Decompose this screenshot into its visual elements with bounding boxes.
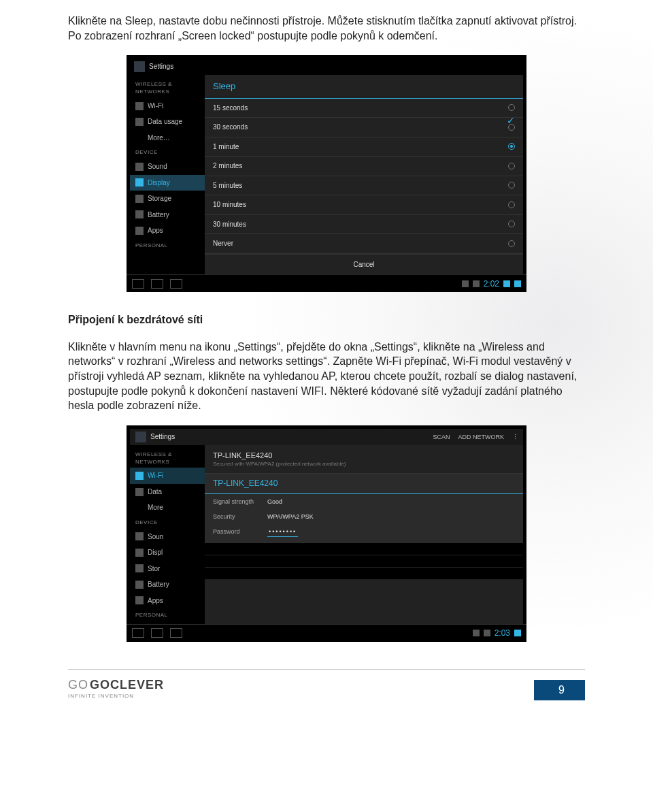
dialog-title: Sleep <box>205 75 523 99</box>
recents-icon[interactable] <box>170 279 182 289</box>
sidebar-item-sound[interactable]: Sound <box>130 159 205 175</box>
sd-icon <box>484 630 490 636</box>
sidebar-item-more[interactable]: More… <box>130 130 205 146</box>
main-panel: ✓ Sleep 15 seconds 30 seconds 1 minute 2… <box>205 75 523 274</box>
clock: 2:03 <box>495 628 510 638</box>
section-text: Klikněte v hlavním menu na ikonu „Settin… <box>68 340 585 413</box>
field-value: WPA/WPA2 PSK <box>267 513 314 521</box>
sidebar-item-label: Battery <box>148 210 169 220</box>
sleep-option[interactable]: Nerver <box>205 234 523 254</box>
apps-icon <box>135 227 144 235</box>
sleep-option[interactable]: 1 minute <box>205 137 523 157</box>
sleep-option[interactable]: 30 seconds <box>205 118 523 137</box>
settings-header: Settings <box>130 59 523 75</box>
sidebar-item-wifi[interactable]: Wi-Fi <box>130 468 205 484</box>
field-label: Security <box>213 513 267 521</box>
radio-icon <box>508 163 515 169</box>
sidebar: WIRELESS & NETWORKS Wi-Fi Data More DEVI… <box>130 445 205 624</box>
radio-icon <box>508 104 515 111</box>
add-network-button[interactable]: ADD NETWORK <box>458 433 505 441</box>
usb-icon <box>473 630 480 636</box>
brand-name: GOCLEVER <box>90 677 164 693</box>
field-value: Good <box>267 498 282 506</box>
sidebar-item-battery[interactable]: Battery <box>130 576 205 593</box>
recents-icon[interactable] <box>170 628 182 638</box>
option-label: 2 minutes <box>213 161 242 171</box>
sidebar-item-label: Storage <box>148 194 171 204</box>
system-navbar: 2:02 <box>127 274 526 292</box>
back-icon[interactable] <box>132 279 144 289</box>
option-label: 30 minutes <box>213 220 246 229</box>
sidebar-item-label: Wi-Fi <box>148 101 163 111</box>
header-actions: SCAN ADD NETWORK ⋮ <box>433 433 518 441</box>
sidebar-section-wireless: WIRELESS & NETWORKS <box>130 78 205 98</box>
sleep-option[interactable]: 10 minutes <box>205 195 523 215</box>
system-navbar: 2:03 <box>127 624 526 642</box>
sidebar-item-apps[interactable]: Apps <box>130 223 205 239</box>
sidebar-item-storage[interactable]: Stor <box>130 561 205 577</box>
storage-icon <box>135 564 144 572</box>
cancel-button[interactable]: Cancel <box>205 254 523 275</box>
home-icon[interactable] <box>151 628 163 638</box>
main-panel: TP-LINK_EE4240 Secured with WPA/WPA2 (pr… <box>205 445 523 624</box>
usb-icon <box>462 280 469 287</box>
sidebar-item-data-usage[interactable]: Data usage <box>130 114 205 130</box>
sidebar-item-label: Apps <box>148 226 163 236</box>
sidebar-item-label: More <box>148 503 163 513</box>
sidebar-item-label: Soun <box>148 532 163 542</box>
home-icon[interactable] <box>151 279 163 289</box>
sidebar-item-storage[interactable]: Storage <box>130 191 205 207</box>
wifi-connect-dialog: TP-LINK_EE4240 Signal strengthGood Secur… <box>205 474 523 543</box>
sleep-option[interactable]: 5 minutes <box>205 176 523 196</box>
divider-row <box>205 568 523 580</box>
sidebar-item-battery[interactable]: Battery <box>130 207 205 223</box>
clock: 2:02 <box>484 278 499 289</box>
sidebar-item-wifi[interactable]: Wi-Fi <box>130 98 205 114</box>
overflow-icon[interactable]: ⋮ <box>512 433 518 441</box>
intro-paragraph: Klikněte na Sleep, nastavte dobu nečinno… <box>68 14 585 43</box>
page-number: 9 <box>534 680 585 700</box>
password-input[interactable]: •••••••• <box>267 527 298 537</box>
sidebar-item-more[interactable]: More <box>130 500 205 516</box>
page: Klikněte na Sleep, nastavte dobu nečinno… <box>0 0 653 721</box>
divider-row <box>205 543 523 555</box>
sidebar-item-sound[interactable]: Soun <box>130 529 205 545</box>
sidebar-item-label: Stor <box>148 564 160 574</box>
sleep-option[interactable]: 30 minutes <box>205 215 523 235</box>
sidebar-item-apps[interactable]: Apps <box>130 593 205 609</box>
sidebar-item-label: Data usage <box>148 117 182 127</box>
sidebar-section-device: DEVICE <box>130 516 205 529</box>
data-icon <box>135 118 144 126</box>
radio-icon <box>508 240 515 247</box>
section-heading: Připojení k bezdrátové síti <box>68 312 585 327</box>
sidebar-item-label: Battery <box>148 580 169 589</box>
option-label: Nerver <box>213 239 233 248</box>
nav-left <box>132 279 182 289</box>
settings-header: Settings SCAN ADD NETWORK ⋮ <box>130 429 523 445</box>
display-icon <box>135 178 144 186</box>
settings-icon <box>135 432 146 442</box>
sidebar-section-wireless: WIRELESS & NETWORKS <box>130 448 205 468</box>
sidebar-item-label: Data <box>148 487 162 497</box>
network-subtitle: Secured with WPA/WPA2 (protected network… <box>213 461 515 468</box>
dialog-title: TP-LINK_EE4240 <box>205 474 523 493</box>
nav-right: 2:02 <box>462 278 521 289</box>
sleep-option[interactable]: 2 minutes <box>205 157 523 176</box>
sidebar-section-personal: PERSONAL <box>130 608 205 621</box>
sleep-option[interactable]: 15 seconds <box>205 99 523 118</box>
sidebar-item-display[interactable]: Display <box>130 175 205 191</box>
scan-button[interactable]: SCAN <box>433 433 450 441</box>
brand: GO GOCLEVER INFINITE INVENTION <box>68 677 164 700</box>
settings-title: Settings <box>150 432 175 442</box>
brand-logo: GO GOCLEVER <box>68 677 164 693</box>
radio-icon <box>508 182 515 189</box>
network-item[interactable]: TP-LINK_EE4240 Secured with WPA/WPA2 (pr… <box>205 445 523 474</box>
field-label: Signal strength <box>213 498 267 506</box>
back-icon[interactable] <box>132 628 144 638</box>
sidebar: WIRELESS & NETWORKS Wi-Fi Data usage Mor… <box>130 75 205 274</box>
sidebar-item-display[interactable]: Displ <box>130 545 205 561</box>
data-icon <box>135 488 144 496</box>
divider-row <box>205 555 523 568</box>
sound-icon <box>135 532 144 540</box>
sidebar-item-data[interactable]: Data <box>130 484 205 500</box>
